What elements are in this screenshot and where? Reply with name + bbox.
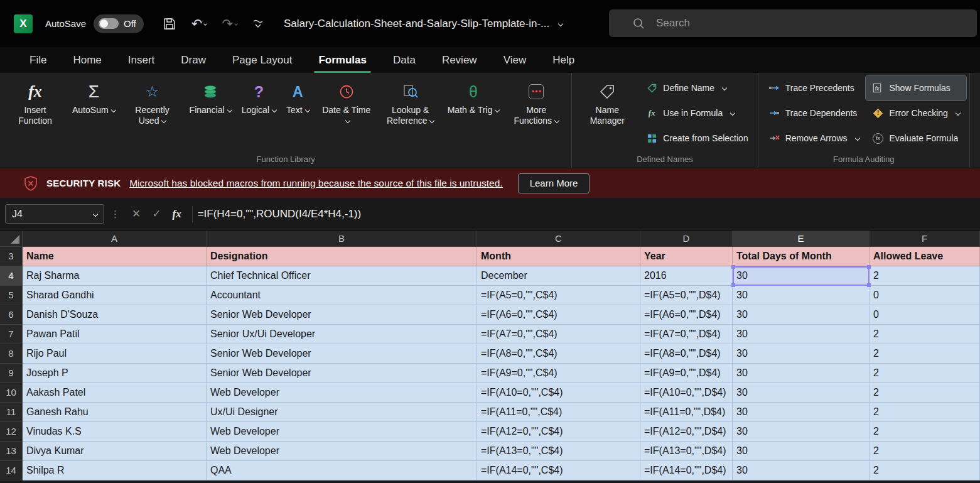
cell-E7[interactable]: 30 bbox=[733, 325, 870, 344]
financial-button[interactable]: Financial bbox=[185, 74, 237, 117]
cell-B14[interactable]: QAA bbox=[207, 461, 477, 480]
name-box-splitter[interactable]: ⋮ bbox=[110, 209, 120, 220]
tab-view[interactable]: View bbox=[490, 47, 540, 73]
lookup-reference-button[interactable]: Lookup & Reference bbox=[379, 74, 443, 128]
trace-precedents-button[interactable]: Trace Precedents bbox=[762, 75, 866, 100]
cell-D5[interactable]: =IF(A5=0,"",D$4) bbox=[640, 286, 733, 305]
redo-button[interactable]: ↷ bbox=[219, 14, 240, 34]
cell-A6[interactable]: Danish D'Souza bbox=[23, 305, 207, 325]
active-cell-selection[interactable] bbox=[733, 266, 870, 286]
row-header-7[interactable]: 7 bbox=[0, 325, 23, 344]
row-header-11[interactable]: 11 bbox=[0, 403, 23, 422]
cell-F5[interactable]: 0 bbox=[870, 286, 980, 305]
cell-B13[interactable]: Web Developer bbox=[207, 442, 477, 461]
tab-review[interactable]: Review bbox=[429, 47, 490, 73]
row-header-9[interactable]: 9 bbox=[0, 364, 23, 383]
evaluate-formula-button[interactable]: fx Evaluate Formula bbox=[866, 126, 966, 151]
document-title[interactable]: Salary-Calculation-Sheet-and-Salary-Slip… bbox=[284, 0, 563, 47]
cell-F4[interactable]: 2 bbox=[870, 266, 980, 286]
cell-C11[interactable]: =IF(A11=0,"",C$4) bbox=[477, 403, 640, 422]
cell-E11[interactable]: 30 bbox=[733, 403, 870, 422]
insert-function-button[interactable]: fx Insert Function bbox=[3, 74, 67, 128]
save-button[interactable] bbox=[160, 14, 179, 33]
column-header-D[interactable]: D bbox=[640, 231, 733, 247]
create-from-selection-button[interactable]: Create from Selection bbox=[639, 126, 754, 151]
cell-C10[interactable]: =IF(A10=0,"",C$4) bbox=[477, 383, 640, 403]
tab-draw[interactable]: Draw bbox=[168, 47, 219, 73]
cell-A7[interactable]: Pawan Patil bbox=[23, 325, 207, 344]
cell-C4[interactable]: December bbox=[477, 266, 640, 286]
excel-logo-icon[interactable]: X bbox=[14, 14, 33, 33]
cell-A14[interactable]: Shilpa R bbox=[23, 461, 207, 480]
cell-A8[interactable]: Rijo Paul bbox=[23, 344, 207, 364]
cell-C14[interactable]: =IF(A14=0,"",C$4) bbox=[477, 461, 640, 480]
date-time-button[interactable]: Date & Time bbox=[315, 74, 379, 128]
row-header-13[interactable]: 13 bbox=[0, 442, 23, 461]
cell-A9[interactable]: Joseph P bbox=[23, 364, 207, 383]
cell-A4[interactable]: Raj Sharma bbox=[23, 266, 207, 286]
error-checking-button[interactable]: ! Error Checking bbox=[866, 100, 966, 126]
cell-A10[interactable]: Aakash Patel bbox=[23, 383, 207, 403]
cell-A11[interactable]: Ganesh Rahu bbox=[23, 403, 207, 422]
cell-E12[interactable]: 30 bbox=[733, 422, 870, 442]
selection-handle[interactable] bbox=[867, 283, 871, 287]
cell-E10[interactable]: 30 bbox=[733, 383, 870, 403]
cell-F7[interactable]: 2 bbox=[870, 325, 980, 344]
learn-more-button[interactable]: Learn More bbox=[518, 173, 590, 193]
cell-E8[interactable]: 30 bbox=[733, 344, 870, 364]
cell-E5[interactable]: 30 bbox=[733, 286, 870, 305]
security-message-link[interactable]: Microsoft has blocked macros from runnin… bbox=[129, 178, 502, 189]
quick-access-customize-button[interactable] bbox=[250, 16, 266, 31]
cell-B12[interactable]: Web Developer bbox=[207, 422, 477, 442]
row-header-8[interactable]: 8 bbox=[0, 344, 23, 364]
autosave-toggle[interactable]: Off bbox=[94, 14, 144, 33]
cell-E6[interactable]: 30 bbox=[733, 305, 870, 325]
cell-F12[interactable]: 2 bbox=[870, 422, 980, 442]
tab-insert[interactable]: Insert bbox=[115, 47, 168, 73]
name-box[interactable]: J4 bbox=[5, 204, 104, 224]
cell-C3[interactable]: Month bbox=[477, 247, 640, 266]
tab-data[interactable]: Data bbox=[380, 47, 429, 73]
tab-help[interactable]: Help bbox=[539, 47, 588, 73]
cell-B4[interactable]: Chief Technical Officer bbox=[207, 266, 477, 286]
cell-D9[interactable]: =IF(A9=0,"",D$4) bbox=[640, 364, 733, 383]
selection-handle[interactable] bbox=[867, 265, 871, 269]
cell-F3[interactable]: Allowed Leave bbox=[870, 247, 980, 266]
cell-D14[interactable]: =IF(A14=0,"",D$4) bbox=[640, 461, 733, 480]
autosum-button[interactable]: Σ AutoSum bbox=[67, 74, 121, 117]
cancel-icon[interactable]: ✕ bbox=[132, 207, 141, 220]
cell-E3[interactable]: Total Days of Month bbox=[733, 247, 870, 266]
logical-button[interactable]: ? Logical bbox=[237, 74, 281, 117]
cell-A5[interactable]: Sharad Gandhi bbox=[23, 286, 207, 305]
select-all-corner[interactable] bbox=[0, 231, 23, 247]
cell-B5[interactable]: Accountant bbox=[207, 286, 477, 305]
cell-E13[interactable]: 30 bbox=[733, 442, 870, 461]
row-header-10[interactable]: 10 bbox=[0, 383, 23, 403]
row-header-6[interactable]: 6 bbox=[0, 305, 23, 325]
use-in-formula-button[interactable]: fx Use in Formula bbox=[639, 100, 754, 126]
remove-arrows-button[interactable]: Remove Arrows bbox=[762, 126, 866, 151]
formula-input[interactable]: =IF(H4=0,"",ROUND(I4/E4*H4,-1)) bbox=[198, 208, 980, 220]
cell-F10[interactable]: 2 bbox=[870, 383, 980, 403]
column-header-F[interactable]: F bbox=[870, 231, 980, 247]
cell-B7[interactable]: Senior Ux/Ui Developer bbox=[207, 325, 477, 344]
cell-E9[interactable]: 30 bbox=[733, 364, 870, 383]
undo-button[interactable]: ↶ bbox=[189, 14, 210, 34]
define-name-button[interactable]: Define Name bbox=[639, 75, 754, 100]
cell-F6[interactable]: 0 bbox=[870, 305, 980, 325]
tab-home[interactable]: Home bbox=[60, 47, 114, 73]
math-trig-button[interactable]: θ Math & Trig bbox=[443, 74, 505, 117]
cell-D11[interactable]: =IF(A11=0,"",D$4) bbox=[640, 403, 733, 422]
cell-D8[interactable]: =IF(A8=0,"",D$4) bbox=[640, 344, 733, 364]
tab-formulas[interactable]: Formulas bbox=[305, 47, 380, 73]
cell-C5[interactable]: =IF(A5=0,"",C$4) bbox=[477, 286, 640, 305]
row-header-14[interactable]: 14 bbox=[0, 461, 23, 480]
cell-D3[interactable]: Year bbox=[640, 247, 733, 266]
text-button[interactable]: A Text bbox=[281, 74, 315, 117]
enter-icon[interactable]: ✓ bbox=[152, 207, 161, 220]
cell-A3[interactable]: Name bbox=[23, 247, 207, 266]
cell-B9[interactable]: Senior Web Developer bbox=[207, 364, 477, 383]
cell-C8[interactable]: =IF(A8=0,"",C$4) bbox=[477, 344, 640, 364]
selection-handle[interactable] bbox=[731, 283, 735, 287]
show-formulas-button[interactable]: fx Show Formulas bbox=[866, 75, 966, 100]
